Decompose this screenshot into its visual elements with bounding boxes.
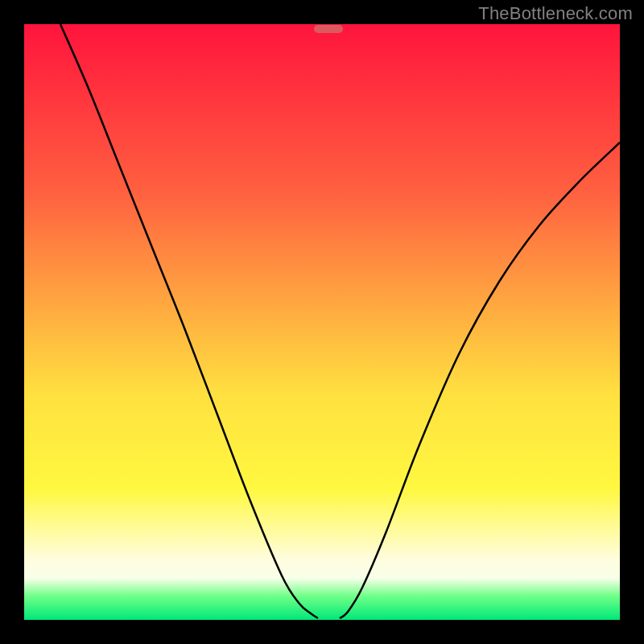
plot-area bbox=[24, 24, 620, 620]
optimum-marker bbox=[314, 25, 343, 33]
curve-left-branch bbox=[60, 24, 318, 618]
curve-right-branch bbox=[340, 142, 620, 618]
bottleneck-curve bbox=[24, 24, 620, 620]
watermark-text: TheBottleneck.com bbox=[478, 3, 633, 24]
chart-frame: TheBottleneck.com bbox=[0, 0, 644, 644]
